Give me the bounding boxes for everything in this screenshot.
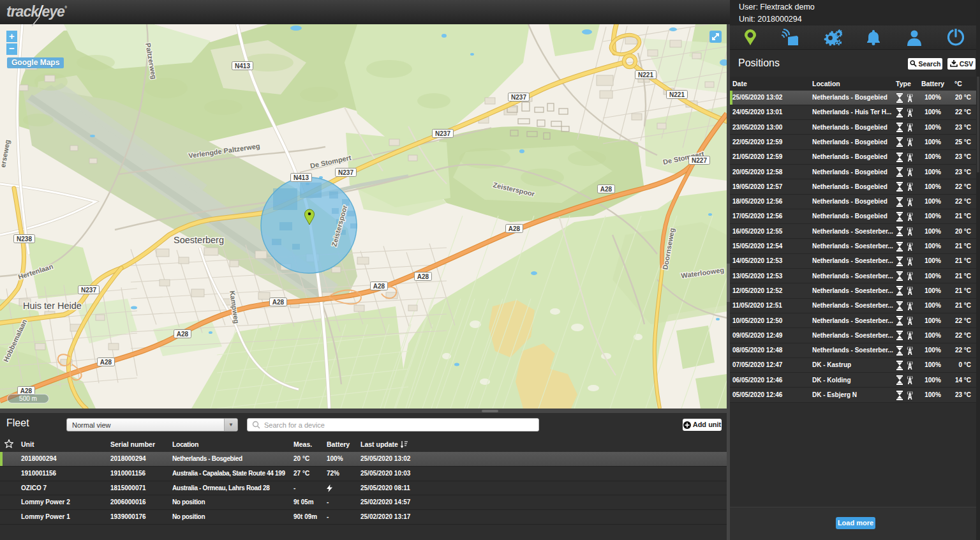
svg-text:A28: A28 bbox=[600, 186, 612, 193]
svg-text:N237: N237 bbox=[338, 169, 353, 176]
svg-text:A28: A28 bbox=[272, 299, 285, 306]
svg-text:N227: N227 bbox=[692, 157, 707, 164]
svg-text:N238: N238 bbox=[17, 236, 32, 243]
svg-text:A28: A28 bbox=[417, 273, 429, 280]
svg-text:N237: N237 bbox=[81, 287, 96, 294]
svg-text:N237: N237 bbox=[511, 94, 526, 101]
svg-text:A28: A28 bbox=[509, 225, 521, 232]
svg-text:Soesterberg: Soesterberg bbox=[174, 235, 224, 245]
svg-text:N221: N221 bbox=[638, 71, 653, 79]
svg-text:N413: N413 bbox=[235, 63, 250, 70]
svg-text:A28: A28 bbox=[373, 283, 385, 290]
svg-text:A28: A28 bbox=[20, 387, 33, 394]
svg-text:A28: A28 bbox=[100, 359, 112, 366]
svg-text:N221: N221 bbox=[669, 91, 685, 98]
svg-text:N413: N413 bbox=[293, 174, 309, 181]
svg-text:A28: A28 bbox=[177, 331, 189, 338]
svg-text:Huis ter Heide: Huis ter Heide bbox=[23, 301, 82, 311]
svg-text:N237: N237 bbox=[435, 130, 450, 137]
